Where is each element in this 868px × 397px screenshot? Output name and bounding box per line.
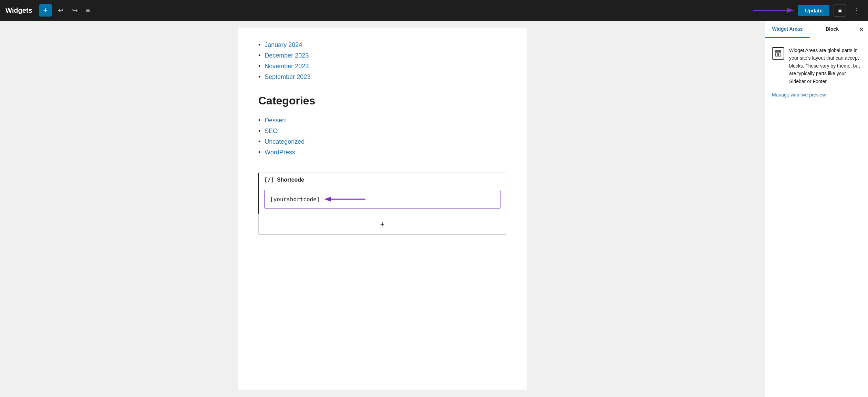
list-item: September 2023 (258, 73, 506, 81)
archive-link-jan-2024[interactable]: January 2024 (265, 41, 302, 49)
shortcode-label: Shortcode (277, 177, 304, 183)
svg-rect-6 (778, 53, 781, 56)
archive-link-dec-2023[interactable]: December 2023 (265, 52, 309, 59)
tab-block[interactable]: Block (810, 21, 855, 38)
shortcode-value: [yourshortcode] (270, 196, 320, 203)
preview-icon: ▣ (837, 7, 843, 14)
archive-link-sep-2023[interactable]: September 2023 (265, 73, 310, 81)
svg-marker-1 (787, 8, 794, 13)
topbar: Widgets + ↩ ↪ ≡ Update ▣ ⋮ (0, 0, 868, 21)
svg-rect-5 (775, 53, 778, 56)
widget-areas-icon (772, 47, 784, 60)
list-item: Dessert (258, 117, 506, 124)
widget-areas-description: Widget Areas are global parts in your si… (789, 47, 861, 85)
page-title: Widgets (6, 7, 32, 14)
add-block-row[interactable]: + (258, 214, 506, 235)
content-area: January 2024 December 2023 November 2023… (0, 21, 765, 397)
tab-widget-areas[interactable]: Widget Areas (765, 21, 810, 38)
category-link-uncategorized[interactable]: Uncategorized (265, 138, 304, 145)
sidebar-block-info: Widget Areas are global parts in your si… (772, 47, 861, 85)
add-block-icon: + (380, 220, 385, 229)
topbar-right: Update ▣ ⋮ (753, 4, 862, 17)
redo-button[interactable]: ↪ (70, 4, 80, 17)
add-block-button[interactable]: + (39, 4, 52, 17)
list-view-button[interactable]: ≡ (84, 4, 92, 17)
list-item: November 2023 (258, 63, 506, 70)
sidebar: Widget Areas Block ✕ Widget Areas are gl… (765, 21, 868, 397)
shortcode-icon: [/] (264, 176, 274, 183)
shortcode-header: [/] Shortcode (259, 173, 506, 186)
sidebar-content: Widget Areas are global parts in your si… (765, 38, 868, 106)
preview-button[interactable]: ▣ (834, 4, 846, 17)
content-inner: January 2024 December 2023 November 2023… (238, 28, 527, 390)
svg-rect-4 (775, 51, 781, 52)
category-link-wordpress[interactable]: WordPress (265, 149, 295, 156)
archive-link-nov-2023[interactable]: November 2023 (265, 63, 309, 70)
svg-marker-3 (324, 197, 331, 202)
categories-heading: Categories (258, 94, 506, 107)
archive-list: January 2024 December 2023 November 2023… (258, 41, 506, 81)
shortcode-block: [/] Shortcode [yourshortcode] (258, 173, 506, 214)
list-item: Uncategorized (258, 138, 506, 145)
manage-live-preview-link[interactable]: Manage with live preview (772, 92, 861, 98)
close-sidebar-button[interactable]: ✕ (855, 23, 868, 36)
arrow-annotation-left (324, 195, 365, 203)
undo-button[interactable]: ↩ (56, 4, 66, 17)
category-link-dessert[interactable]: Dessert (265, 117, 286, 124)
update-button[interactable]: Update (798, 5, 829, 16)
more-options-button[interactable]: ⋮ (850, 5, 862, 16)
shortcode-input-area: [yourshortcode] (259, 186, 506, 214)
list-item: WordPress (258, 149, 506, 156)
list-item: December 2023 (258, 52, 506, 59)
list-item: January 2024 (258, 41, 506, 49)
shortcode-input-wrapper[interactable]: [yourshortcode] (264, 190, 500, 208)
sidebar-tab-row: Widget Areas Block ✕ (765, 21, 868, 38)
main-layout: January 2024 December 2023 November 2023… (0, 21, 868, 397)
category-link-seo[interactable]: SEO (265, 128, 278, 135)
categories-list: Dessert SEO Uncategorized WordPress (258, 117, 506, 156)
list-item: SEO (258, 128, 506, 135)
arrow-annotation-right (753, 6, 794, 14)
